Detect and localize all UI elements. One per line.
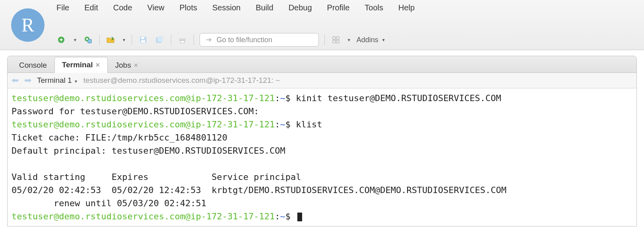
prompt-colon: : <box>275 93 280 103</box>
open-file-button[interactable] <box>105 34 116 45</box>
terminal-output[interactable]: testuser@demo.rstudioservices.com@ip-172… <box>8 88 636 226</box>
prompt-user: testuser@demo.rstudioservices.com@ip-172… <box>12 119 275 129</box>
bottom-panel: Console Terminal ✕ Jobs ✕ ⬅ ➡ Terminal 1… <box>7 56 637 227</box>
menu-file[interactable]: File <box>56 3 69 12</box>
menu-build[interactable]: Build <box>256 3 273 12</box>
prompt-colon: : <box>275 119 280 129</box>
menubar: File Edit Code View Plots Session Build … <box>56 3 415 12</box>
toolbar-separator <box>132 35 132 45</box>
tab-terminal-label: Terminal <box>62 61 93 69</box>
goto-placeholder: Go to file/function <box>217 36 272 44</box>
svg-rect-11 <box>157 36 163 42</box>
save-all-button[interactable] <box>154 34 165 45</box>
prompt-tilde: ~ <box>280 119 285 129</box>
addins-dropdown-icon: ▼ <box>382 38 386 42</box>
svg-rect-6 <box>88 39 91 43</box>
menu-edit[interactable]: Edit <box>84 3 98 12</box>
menu-profile[interactable]: Profile <box>327 3 350 12</box>
svg-rect-15 <box>333 37 336 39</box>
prompt-dollar: $ <box>285 211 296 221</box>
svg-rect-2 <box>61 38 62 41</box>
svg-rect-14 <box>180 41 184 43</box>
prompt-user: testuser@demo.rstudioservices.com@ip-172… <box>12 93 275 103</box>
terminal-path: testuser@demo.rstudioservices.com@ip-172… <box>83 76 280 85</box>
tab-jobs-label: Jobs <box>115 61 131 70</box>
svg-rect-5 <box>87 38 87 40</box>
svg-rect-9 <box>141 40 145 43</box>
prompt-dollar: $ <box>285 119 296 129</box>
terminal-selector[interactable]: Terminal 1 ▼ <box>37 76 78 85</box>
chevron-down-icon: ▼ <box>74 79 78 84</box>
addins-label: Addins <box>357 36 378 44</box>
tab-terminal[interactable]: Terminal ✕ <box>54 57 108 73</box>
new-project-button[interactable] <box>83 34 94 45</box>
prompt-colon: : <box>275 211 280 221</box>
rstudio-logo: R <box>11 8 45 42</box>
terminal-selector-label: Terminal 1 <box>37 76 72 84</box>
terminal-line5: Default principal: testuser@DEMO.RSTUDIO… <box>12 146 285 156</box>
menu-help[interactable]: Help <box>398 3 415 12</box>
nav-forward-icon[interactable]: ➡ <box>24 75 31 86</box>
terminal-line2: Password for testuser@DEMO.RSTUDIOSERVIC… <box>12 106 259 116</box>
prompt-tilde: ~ <box>280 211 285 221</box>
nav-back-icon[interactable]: ⬅ <box>12 75 19 86</box>
svg-rect-8 <box>141 37 144 39</box>
close-icon[interactable]: ✕ <box>95 62 100 68</box>
terminal-line9: renew until 05/03/20 02:42:51 <box>12 198 206 208</box>
prompt-dollar: $ <box>285 93 296 103</box>
print-button[interactable] <box>177 34 188 45</box>
menu-session[interactable]: Session <box>212 3 241 12</box>
menu-tools[interactable]: Tools <box>365 3 383 12</box>
header-right: File Edit Code View Plots Session Build … <box>56 3 415 47</box>
terminal-subbar: ⬅ ➡ Terminal 1 ▼ testuser@demo.rstudiose… <box>8 73 636 88</box>
new-file-dropdown-icon[interactable]: ▼ <box>73 38 77 42</box>
tab-console-label: Console <box>19 61 47 70</box>
tab-strip: Console Terminal ✕ Jobs ✕ <box>8 56 636 73</box>
menu-plots[interactable]: Plots <box>180 3 197 12</box>
svg-rect-13 <box>180 37 184 39</box>
prompt-tilde: ~ <box>280 93 285 103</box>
toolbar-separator <box>171 35 171 45</box>
menu-code[interactable]: Code <box>113 3 132 12</box>
addins-menu[interactable]: Addins ▼ <box>357 36 386 44</box>
logo-letter: R <box>21 14 34 36</box>
header: R File Edit Code View Plots Session Buil… <box>0 0 644 50</box>
terminal-cursor <box>297 213 302 221</box>
menu-view[interactable]: View <box>147 3 165 12</box>
save-button[interactable] <box>138 34 149 45</box>
tab-console[interactable]: Console <box>12 57 54 73</box>
toolbar-separator <box>194 35 194 45</box>
toolbar-separator <box>324 35 325 45</box>
terminal-line8: 05/02/20 02:42:53 05/02/20 12:42:53 krbt… <box>12 185 506 195</box>
terminal-line4: Ticket cache: FILE:/tmp/krb5cc_168480112… <box>12 133 227 143</box>
svg-rect-16 <box>336 37 339 39</box>
new-file-button[interactable] <box>56 34 68 45</box>
menu-debug[interactable]: Debug <box>289 3 312 12</box>
terminal-cmd2: klist <box>296 119 322 129</box>
grid-dropdown-icon[interactable]: ▼ <box>347 38 351 42</box>
toolbar: ▼ ▼ Go to file/function <box>56 33 415 47</box>
toolbar-separator <box>99 35 100 45</box>
goto-file-function-input[interactable]: Go to file/function <box>200 33 319 47</box>
goto-arrow-icon <box>206 37 213 43</box>
prompt-user: testuser@demo.rstudioservices.com@ip-172… <box>12 211 275 221</box>
grid-button[interactable] <box>330 34 341 45</box>
svg-rect-18 <box>336 40 339 43</box>
terminal-line7: Valid starting Expires Service principal <box>12 172 301 182</box>
svg-rect-17 <box>333 40 336 43</box>
terminal-cmd1: kinit testuser@DEMO.RSTUDIOSERVICES.COM <box>296 93 501 103</box>
tab-jobs[interactable]: Jobs ✕ <box>108 57 146 73</box>
close-icon[interactable]: ✕ <box>134 62 138 68</box>
open-file-dropdown-icon[interactable]: ▼ <box>122 38 126 42</box>
